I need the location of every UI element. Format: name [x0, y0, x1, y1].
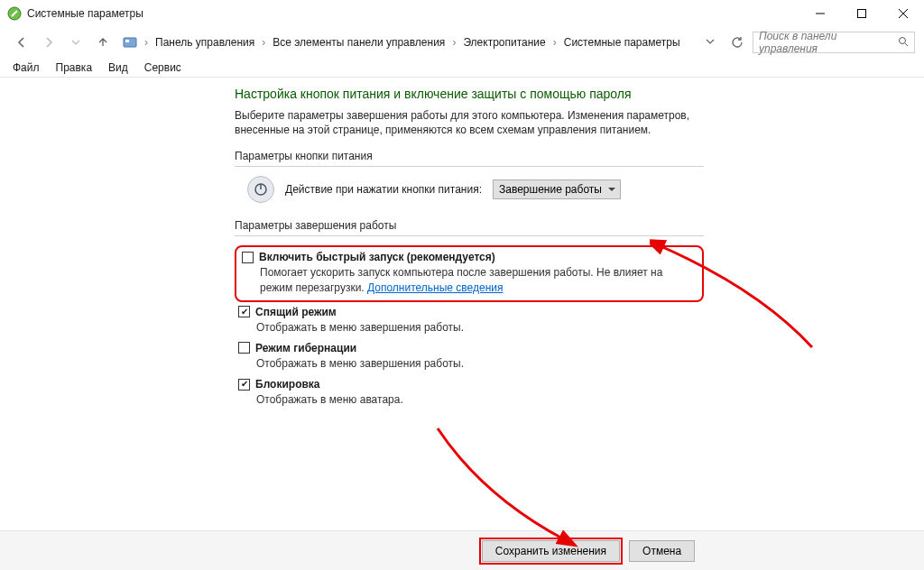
lock-label: Блокировка: [255, 378, 320, 391]
menu-file[interactable]: Файл: [5, 60, 47, 76]
window-title: Системные параметры: [27, 7, 799, 20]
maximize-button[interactable]: [841, 0, 882, 27]
close-button[interactable]: [882, 0, 924, 27]
refresh-button[interactable]: [727, 32, 747, 52]
fast-start-highlight: Включить быстрый запуск (рекомендуется) …: [235, 245, 704, 301]
breadcrumb-item[interactable]: Все элементы панели управления: [269, 34, 448, 51]
window-controls: [799, 0, 924, 27]
power-button-action-label: Действие при нажатии кнопки питания:: [285, 183, 482, 196]
divider: [235, 166, 704, 167]
footer: Сохранить изменения Отмена: [0, 530, 924, 570]
chevron-right-icon: ›: [551, 36, 559, 49]
up-button[interactable]: [92, 32, 114, 53]
power-icon: [247, 176, 274, 203]
svg-rect-2: [858, 10, 866, 18]
breadcrumb-item[interactable]: Электропитание: [459, 34, 549, 51]
chevron-down-icon[interactable]: [706, 36, 715, 49]
menu-view[interactable]: Вид: [101, 60, 135, 76]
group-power-button-label: Параметры кнопки питания: [235, 150, 704, 162]
group-shutdown-label: Параметры завершения работы: [235, 219, 704, 232]
sleep-desc: Отображать в меню завершения работы.: [256, 320, 704, 335]
hibernate-desc: Отображать в меню завершения работы.: [256, 356, 704, 371]
menubar: Файл Правка Вид Сервис: [0, 58, 924, 78]
lock-desc: Отображать в меню аватара.: [256, 392, 704, 407]
page-lead: Выберите параметры завершения работы для…: [235, 108, 704, 137]
nav-toolbar: › Панель управления › Все элементы панел…: [0, 27, 924, 58]
power-button-action-select[interactable]: Завершение работы: [493, 179, 621, 199]
chevron-right-icon: ›: [260, 36, 267, 49]
search-icon: [898, 36, 910, 50]
menu-edit[interactable]: Правка: [49, 60, 100, 76]
fast-start-label: Включить быстрый запуск (рекомендуется): [259, 251, 495, 263]
menu-tools[interactable]: Сервис: [137, 60, 189, 76]
chevron-right-icon: ›: [143, 36, 150, 49]
back-button[interactable]: [11, 32, 32, 53]
divider: [235, 235, 704, 236]
sleep-label: Спящий режим: [255, 306, 337, 318]
sleep-checkbox[interactable]: [238, 306, 250, 317]
power-options-icon: [7, 6, 22, 21]
minimize-button[interactable]: [799, 0, 841, 27]
control-panel-icon: [123, 35, 137, 50]
content-area: Настройка кнопок питания и включение защ…: [0, 78, 924, 530]
search-placeholder: Поиск в панели управления: [759, 30, 898, 55]
hibernate-checkbox[interactable]: [238, 342, 250, 354]
cancel-button[interactable]: Отмена: [629, 540, 695, 562]
svg-point-7: [900, 37, 906, 43]
forward-button[interactable]: [38, 32, 60, 53]
svg-rect-6: [125, 40, 129, 42]
lock-checkbox[interactable]: [238, 379, 250, 391]
save-button[interactable]: Сохранить изменения: [482, 540, 620, 562]
search-input[interactable]: Поиск в панели управления: [753, 32, 915, 53]
power-button-row: Действие при нажатии кнопки питания: Зав…: [247, 176, 704, 203]
page-heading: Настройка кнопок питания и включение защ…: [235, 87, 704, 101]
svg-line-8: [905, 43, 908, 46]
recent-dropdown[interactable]: [65, 32, 87, 53]
breadcrumb-item[interactable]: Панель управления: [152, 34, 258, 51]
breadcrumb-item[interactable]: Системные параметры: [560, 34, 684, 51]
fast-start-checkbox[interactable]: [242, 252, 254, 263]
fast-start-more-link[interactable]: Дополнительные сведения: [367, 281, 503, 294]
chevron-right-icon: ›: [450, 36, 457, 49]
fast-start-desc: Помогает ускорить запуск компьютера посл…: [260, 265, 695, 294]
titlebar: Системные параметры: [0, 0, 924, 27]
hibernate-label: Режим гибернации: [255, 342, 356, 354]
breadcrumb[interactable]: › Панель управления › Все элементы панел…: [119, 32, 722, 53]
